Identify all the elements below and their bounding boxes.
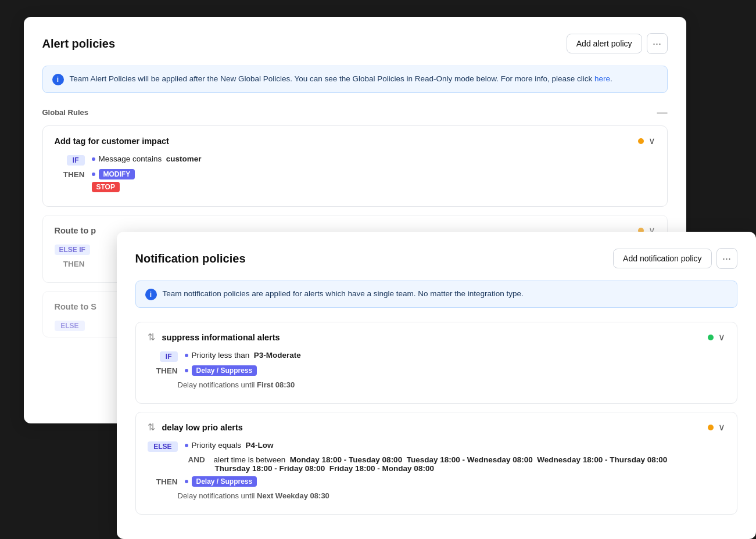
status-dot-yellow — [638, 138, 644, 144]
if-condition-text-suppress: Priority less than P3-Moderate — [192, 351, 301, 360]
then-row-delay: THEN Delay / Suppress — [148, 476, 725, 487]
rule-dot-suppress — [185, 354, 188, 357]
policy-card-delay: ⇅ delay low prio alerts ∨ ELSE Priority … — [135, 412, 737, 515]
delay-suppress-badge: Delay / Suppress — [192, 365, 257, 376]
then-condition-delay: Delay / Suppress — [185, 476, 257, 487]
policy-actions: ∨ — [638, 135, 655, 146]
expand-button[interactable]: ∨ — [648, 135, 655, 146]
then-label-delay: THEN — [148, 476, 178, 486]
policy-name-route-s: Route to S — [55, 302, 97, 311]
else-condition-delay: Priority equals P4-Low — [185, 441, 274, 450]
sort-icon: ⇅ — [148, 332, 155, 343]
alert-policies-banner-text: Team Alert Policies will be applied afte… — [70, 73, 612, 85]
if-condition-suppress: Priority less than P3-Moderate — [185, 351, 301, 360]
expand-button-suppress[interactable]: ∨ — [718, 332, 725, 343]
policy-name-route-p: Route to p — [55, 226, 96, 235]
policy-actions-delay: ∨ — [708, 422, 725, 433]
then-row-suppress: THEN Delay / Suppress — [148, 365, 725, 376]
then-label-2: THEN — [55, 258, 85, 268]
notification-policies-title: Notification policies — [135, 252, 246, 265]
then-label-3: THEN — [55, 335, 85, 337]
notification-policies-actions: Add notification policy ··· — [613, 248, 737, 269]
rule-dot-2 — [92, 173, 95, 176]
policy-card-header-suppress: ⇅ suppress informational alerts ∨ — [148, 332, 725, 343]
else-row-delay: ELSE Priority equals P4-Low — [148, 441, 725, 451]
if-badge-suppress: IF — [160, 351, 178, 362]
then-label: THEN — [55, 169, 85, 179]
here-link[interactable]: here — [594, 74, 610, 83]
and-row-delay: AND alert time is between Monday 18:00 -… — [188, 455, 725, 473]
else-label-delay: ELSE — [148, 441, 178, 451]
then-condition-suppress: Delay / Suppress — [185, 365, 257, 376]
notification-policies-header: Notification policies Add notification p… — [135, 248, 737, 269]
screen: Alert policies Add alert policy ··· i Te… — [24, 17, 733, 522]
alert-policies-title: Alert policies — [42, 37, 116, 51]
global-rules-section-header: Global Rules — — [42, 107, 668, 117]
delay-suppress-badge-2: Delay / Suppress — [192, 476, 257, 487]
if-row-suppress: IF Priority less than P3-Moderate — [148, 351, 725, 361]
if-condition: Message contains customer — [92, 154, 202, 163]
policy-card-suppress: ⇅ suppress informational alerts ∨ IF Pri… — [135, 322, 737, 404]
policy-name: Add tag for customer impact — [55, 136, 169, 146]
else-if-label: ELSE IF — [55, 244, 90, 254]
alert-policies-more-button[interactable]: ··· — [647, 33, 668, 54]
then-condition: MODIFY — [92, 169, 135, 179]
status-dot-yellow-delay — [708, 425, 714, 430]
else-badge: ELSE — [55, 321, 84, 331]
and-condition-delay: alert time is between Monday 18:00 - Tue… — [214, 455, 668, 473]
alert-policies-info-banner: i Team Alert Policies will be applied af… — [42, 66, 668, 93]
if-label: IF — [55, 154, 85, 164]
rule-dot-then-delay — [185, 480, 188, 483]
global-rules-collapse-button[interactable]: — — [657, 107, 668, 117]
then-label-suppress: THEN — [148, 365, 178, 375]
add-notification-policy-button[interactable]: Add notification policy — [613, 249, 711, 268]
else-badge-delay: ELSE — [148, 441, 177, 452]
else-if-badge: ELSE IF — [55, 245, 90, 255]
policy-name-row-suppress: ⇅ suppress informational alerts — [148, 332, 280, 343]
if-badge: IF — [67, 155, 85, 166]
policy-card-header: Add tag for customer impact ∨ — [55, 135, 655, 146]
policy-actions-suppress: ∨ — [708, 332, 725, 343]
rule-dot-else-delay — [185, 444, 188, 447]
and-label: AND — [188, 455, 210, 464]
global-rules-label: Global Rules — [42, 108, 88, 117]
suppress-subtext: Delay notifications until First 08:30 — [178, 380, 725, 389]
status-dot-green — [708, 335, 714, 340]
else-condition-text-delay: Priority equals P4-Low — [192, 441, 274, 450]
add-alert-policy-button[interactable]: Add alert policy — [567, 34, 642, 53]
if-row: IF Message contains customer — [55, 154, 655, 164]
info-icon-2: i — [145, 289, 157, 300]
stop-row: STOP — [92, 182, 655, 192]
delay-subtext: Delay notifications until Next Weekday 0… — [178, 491, 725, 500]
notification-policies-banner-text: Team notification policies are applied f… — [163, 288, 524, 300]
rule-dot — [92, 157, 95, 161]
sort-icon-2: ⇅ — [148, 422, 155, 433]
alert-policies-header: Alert policies Add alert policy ··· — [42, 33, 668, 54]
notification-policies-more-button[interactable]: ··· — [716, 248, 737, 269]
expand-button-delay[interactable]: ∨ — [718, 422, 725, 433]
if-condition-text: Message contains customer — [99, 154, 202, 163]
notification-policies-card: Notification policies Add notification p… — [117, 232, 756, 539]
policy-name-row-delay: ⇅ delay low prio alerts — [148, 422, 243, 433]
stop-badge: STOP — [92, 182, 120, 192]
policy-name-suppress: suppress informational alerts — [162, 333, 280, 342]
policy-card-add-tag: Add tag for customer impact ∨ IF Message… — [42, 125, 668, 207]
policy-name-delay: delay low prio alerts — [162, 423, 243, 432]
alert-policies-actions: Add alert policy ··· — [567, 33, 668, 54]
modify-badge: MODIFY — [99, 169, 135, 179]
if-label-suppress: IF — [148, 351, 178, 361]
else-label: ELSE — [55, 320, 85, 330]
info-icon: i — [52, 74, 64, 85]
policy-card-header-delay: ⇅ delay low prio alerts ∨ — [148, 422, 725, 433]
then-row: THEN MODIFY — [55, 169, 655, 179]
rule-dot-then-suppress — [185, 369, 188, 372]
notification-policies-info-banner: i Team notification policies are applied… — [135, 281, 737, 308]
